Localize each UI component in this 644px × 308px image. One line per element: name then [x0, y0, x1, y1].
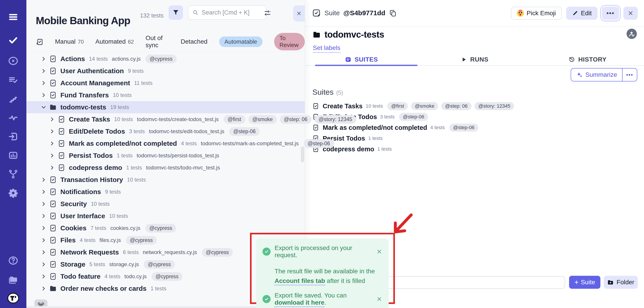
chevron-icon[interactable]	[41, 56, 46, 62]
tab-automated[interactable]: Automated62	[96, 38, 134, 45]
toast-close-button[interactable]	[376, 248, 382, 255]
bulk-select-icon[interactable]	[36, 38, 44, 46]
account-files-tab-link[interactable]: Account files tab	[274, 277, 325, 285]
tag-pill[interactable]: @cypress	[146, 55, 177, 63]
chevron-icon[interactable]	[41, 225, 46, 231]
summarize-more-button[interactable]: •••	[622, 69, 637, 81]
tab-suites[interactable]: SUITES	[305, 54, 418, 65]
tree-row[interactable]: codepress demo 1 tests todomvc-tests/tod…	[26, 162, 305, 174]
tag-pill[interactable]: @cypress	[152, 272, 183, 281]
chevron-icon[interactable]	[41, 261, 46, 267]
chevron-icon[interactable]	[41, 104, 46, 110]
tag-pill[interactable]: @first	[387, 102, 408, 110]
import-icon[interactable]	[7, 130, 20, 143]
chevron-icon[interactable]	[49, 165, 55, 171]
chevron-icon[interactable]	[41, 68, 46, 74]
tag-pill[interactable]: @cypress	[144, 260, 175, 269]
pick-emoji-button[interactable]: Pick Emoji	[511, 7, 562, 20]
download-link[interactable]: download it here	[274, 299, 324, 307]
tree-row[interactable]: Create Tasks 10 tests todomvc-tests/crea…	[26, 113, 305, 125]
badge-to-review[interactable]: To Review	[274, 33, 305, 50]
search-input[interactable]	[201, 9, 262, 16]
chevron-icon[interactable]	[49, 153, 55, 158]
tag-pill[interactable]: @step-06	[304, 139, 334, 148]
chevron-icon[interactable]	[41, 249, 46, 255]
tree-row[interactable]: Actions 14 tests actions.cy.js @cypress	[26, 53, 305, 65]
chevron-icon[interactable]	[49, 141, 55, 146]
chevron-icon[interactable]	[41, 273, 46, 279]
tag-pill[interactable]: @cypress	[126, 236, 157, 245]
tab-manual[interactable]: Manual70	[55, 38, 84, 45]
tree-row[interactable]: User Authentication 9 tests	[26, 65, 305, 77]
badge-automatable[interactable]: Automatable	[219, 37, 262, 47]
tree-row[interactable]: Persist Todos 1 tests todomvc-tests/pers…	[26, 150, 305, 162]
chevron-icon[interactable]	[41, 80, 46, 86]
tab-out-of-sync[interactable]: Out of sync	[146, 35, 169, 49]
tag-pill[interactable]: @step-06	[229, 127, 260, 136]
tree-row[interactable]: Mark as completed/not completed 4 tests …	[26, 137, 305, 150]
settings-gear-icon[interactable]	[7, 187, 20, 199]
vertical-scrollbar-thumb[interactable]	[301, 147, 304, 162]
filter-button[interactable]	[168, 5, 183, 20]
more-actions-button[interactable]: •••	[602, 7, 619, 20]
tab-detached[interactable]: Detached	[181, 38, 208, 45]
close-detail-button[interactable]	[624, 7, 638, 20]
tag-pill[interactable]: @first	[224, 115, 245, 124]
panel-close-button[interactable]	[293, 5, 305, 22]
set-labels-link[interactable]: Set labels	[313, 44, 340, 53]
chevron-icon[interactable]	[41, 189, 46, 195]
tree-row[interactable]: Security 10 tests	[26, 198, 305, 210]
tree-row[interactable]: Edit/Delete Todos 3 tests todomvc-tests/…	[26, 125, 305, 137]
tab-runs[interactable]: RUNS	[418, 54, 531, 65]
tag-pill[interactable]: @step: 06	[280, 115, 312, 124]
chevron-icon[interactable]	[41, 177, 46, 183]
reports-icon[interactable]	[7, 149, 20, 162]
chevron-icon[interactable]	[41, 201, 46, 207]
tests-check-icon[interactable]	[7, 34, 20, 47]
runs-play-icon[interactable]	[7, 55, 20, 67]
health-pulse-icon[interactable]	[7, 112, 20, 124]
suite-list-item[interactable]: Create Tasks 10 tests @first@smoke@step:…	[312, 101, 514, 112]
add-suite-button[interactable]: + Suite	[569, 276, 600, 289]
tag-pill[interactable]: @cypress	[145, 224, 176, 233]
tree-row[interactable]: Account Management 11 tests	[26, 77, 305, 89]
suite-list-item[interactable]: Mark as completed/not completed 4 tests …	[312, 122, 514, 133]
menu-icon[interactable]	[7, 11, 20, 23]
tag-pill[interactable]: @cypress	[202, 248, 233, 257]
steps-icon[interactable]	[7, 93, 20, 105]
summarize-button[interactable]: Summarize	[571, 69, 622, 81]
tab-history[interactable]: HISTORY	[531, 54, 644, 65]
tree-row[interactable]: Transaction History 10 tests	[26, 174, 305, 186]
chevron-icon[interactable]	[41, 213, 46, 219]
tag-pill[interactable]: @step-06	[399, 113, 428, 121]
chevron-icon[interactable]	[41, 92, 46, 98]
tree-row[interactable]: todomvc-tests 19 tests	[26, 101, 305, 113]
tree-row[interactable]: Fund Transfers 10 tests	[26, 89, 305, 101]
edit-button[interactable]: Edit	[566, 7, 598, 20]
chevron-icon[interactable]	[49, 116, 55, 122]
tag-pill[interactable]: @step: 06	[441, 102, 471, 110]
tag-pill[interactable]: @story: 12345	[314, 115, 356, 124]
suite-list-item[interactable]: codepress demo 1 tests	[312, 144, 514, 154]
branches-icon[interactable]	[7, 168, 20, 180]
chevron-icon[interactable]	[41, 286, 46, 291]
tag-pill[interactable]: @smoke	[248, 115, 277, 124]
assignee-avatar[interactable]	[626, 29, 637, 39]
tag-pill[interactable]: @step-06	[449, 124, 478, 132]
test-results-icon[interactable]	[7, 74, 20, 86]
tree-row[interactable]: User Interface 10 tests	[26, 210, 305, 222]
tree-row[interactable]: Cookies 7 tests cookies.cy.js @cypress	[26, 222, 305, 234]
tag-pill[interactable]: @smoke	[411, 102, 438, 110]
tree-row[interactable]: Notifications 9 tests	[26, 186, 305, 198]
suite-list-item[interactable]: Persist Todos 1 tests	[312, 133, 514, 144]
help-icon[interactable]	[7, 254, 20, 267]
chevron-icon[interactable]	[49, 129, 55, 134]
view-settings-button[interactable]	[262, 8, 272, 18]
copy-id-button[interactable]	[389, 9, 397, 17]
tag-pill[interactable]: @story: 12345	[474, 102, 514, 110]
testomat-logo[interactable]	[7, 292, 20, 304]
add-folder-button[interactable]: Folder	[604, 276, 638, 289]
projects-folder-icon[interactable]	[7, 273, 20, 286]
toast-close-button[interactable]	[376, 296, 382, 302]
search-box[interactable]	[188, 5, 266, 20]
